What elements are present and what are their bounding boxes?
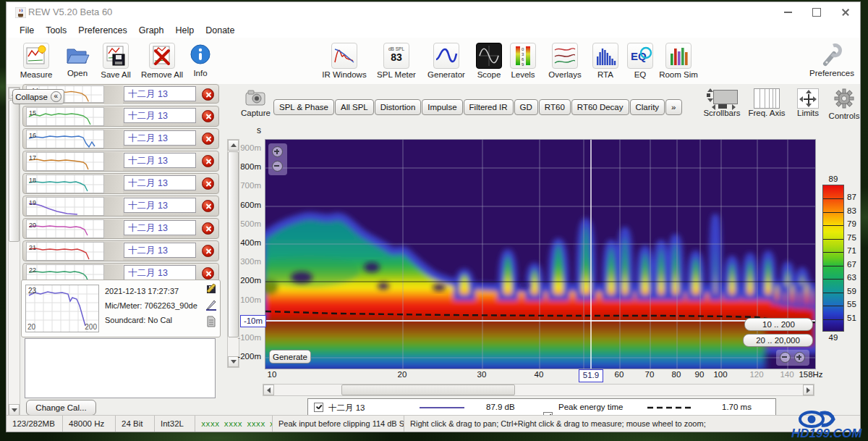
delete-measurement-button[interactable] [202, 177, 214, 190]
graph-h-scrollbar-thumb[interactable] [341, 385, 515, 395]
measurements-scrollbar-down[interactable] [9, 404, 20, 416]
tab-rt60-decay[interactable]: RT60 Decay [571, 99, 629, 115]
measurement-name-input[interactable]: 十二月 13 [124, 265, 196, 280]
collapse-label: Collapse [15, 93, 48, 101]
measurements-scrollbar[interactable] [8, 87, 20, 416]
menu-preferences[interactable]: Preferences [72, 24, 132, 37]
freq-axis-button[interactable]: Freq. Axis [746, 88, 788, 117]
info-button[interactable]: Info [187, 43, 213, 77]
capture-button[interactable]: Capture [241, 90, 270, 117]
generator-button[interactable]: Generator [425, 43, 468, 79]
levels-button[interactable]: 03 69 Levels [507, 43, 539, 79]
generate-button[interactable]: Generate [269, 350, 311, 364]
zoom-out-icon[interactable] [780, 352, 791, 363]
save-all-button[interactable]: Save All [98, 43, 134, 79]
remove-all-button[interactable]: Remove All [140, 43, 184, 79]
spl-meter-button[interactable]: dB SPL 83 SPL Meter [374, 43, 419, 79]
scrollbars-icon [706, 88, 738, 109]
tab-gd[interactable]: GD [514, 99, 538, 115]
delete-measurement-button[interactable] [202, 155, 214, 167]
eq-button[interactable]: EQ EQ [626, 43, 655, 79]
edit-save-icon[interactable] [205, 282, 217, 294]
delete-measurement-button[interactable] [202, 133, 214, 145]
measurement-row[interactable]: 15 十二月 13 [22, 106, 219, 127]
change-cal-button[interactable]: Change Cal... [26, 400, 96, 416]
delete-measurement-button[interactable] [202, 200, 214, 212]
collapse-sidebar-button[interactable]: Collapse « [12, 89, 64, 104]
menu-file[interactable]: File [14, 24, 40, 37]
notes-doc-icon[interactable] [205, 316, 217, 327]
status-device: xxxx xxxx xxxx xxxx xxxx xxxx [195, 416, 272, 432]
measurement-name-input[interactable]: 十二月 13 [124, 108, 196, 123]
zoom-out-icon[interactable] [272, 161, 283, 172]
open-button[interactable]: Open [63, 43, 92, 77]
preferences-button[interactable]: Preferences [807, 43, 857, 77]
measurement-thumbnail: 17 [26, 152, 104, 171]
scrollbars-toggle-button[interactable]: Scrollbars [702, 88, 741, 117]
measurement-name-input[interactable]: 十二月 13 [124, 198, 196, 213]
java-app-icon [15, 7, 26, 18]
measurements-scrollbar-thumb[interactable] [9, 100, 20, 242]
tab-all-spl[interactable]: All SPL [335, 99, 374, 115]
measurement-row[interactable]: 20 十二月 13 [22, 218, 219, 239]
room-sim-button[interactable]: Room Sim [658, 43, 699, 79]
range-20-20000-button[interactable]: 20 .. 20,000 [743, 334, 813, 347]
y-tick: 700m [218, 181, 261, 190]
graph-h-scrollbar-right[interactable] [803, 385, 814, 395]
delete-measurement-button[interactable] [202, 267, 214, 280]
maximize-button[interactable] [802, 2, 831, 22]
graph-h-scrollbar-left[interactable] [263, 385, 274, 395]
controls-button[interactable]: Controls [825, 88, 863, 120]
graph-h-scrollbar[interactable] [263, 384, 814, 396]
delete-measurement-button[interactable] [202, 222, 214, 235]
menu-tools[interactable]: Tools [40, 24, 72, 37]
menu-help[interactable]: Help [170, 24, 200, 37]
tab-more[interactable]: » [665, 99, 681, 115]
measurement-row[interactable]: 19 十二月 13 [22, 196, 219, 217]
trace-visible-checkbox[interactable] [314, 403, 323, 412]
measurement-row[interactable]: 16 十二月 13 [22, 128, 219, 149]
measurement-name-input[interactable]: 十二月 13 [124, 175, 196, 190]
cal-pencil-icon[interactable] [205, 299, 217, 311]
measurement-row[interactable]: 21 十二月 13 [22, 240, 219, 261]
legend-peak-line-sample [644, 399, 695, 416]
tab-spl-phase[interactable]: SPL & Phase [273, 99, 334, 115]
measurement-notes-input[interactable] [25, 338, 216, 398]
svg-text:23: 23 [28, 287, 37, 295]
delete-measurement-button[interactable] [202, 110, 214, 122]
scope-button[interactable]: Scope [474, 43, 504, 79]
menu-graph[interactable]: Graph [133, 24, 170, 37]
delete-measurement-button[interactable] [202, 245, 214, 257]
range-10-200-button[interactable]: 10 .. 200 [744, 318, 813, 331]
tab-clarity[interactable]: Clarity [630, 99, 665, 115]
status-bar: 123/282MB 48000 Hz 24 Bit Int32L xxxx xx… [7, 415, 860, 432]
measurement-name-input[interactable]: 十二月 13 [124, 243, 196, 258]
colorbar-label: 59 [847, 287, 856, 295]
minimize-button[interactable] [773, 2, 802, 22]
close-button[interactable] [831, 2, 860, 22]
spectrogram-plot[interactable]: Generate 10 .. 200 20 .. 20,000 [265, 139, 816, 369]
overlays-button[interactable]: Overlays [545, 43, 585, 79]
rta-icon [592, 43, 618, 69]
ir-windows-button[interactable]: IR Windows [320, 43, 368, 79]
measurement-name-input[interactable]: 十二月 13 [124, 130, 196, 146]
limits-button[interactable]: Limits [792, 88, 824, 117]
measure-button[interactable]: Measure [14, 43, 59, 79]
zoom-in-icon[interactable] [272, 146, 283, 157]
tab-impulse[interactable]: Impulse [422, 99, 462, 115]
menu-donate[interactable]: Donate [200, 24, 240, 37]
overlays-icon [552, 43, 578, 69]
measurement-row[interactable]: 17 十二月 13 [22, 151, 219, 172]
measurement-row[interactable]: 18 十二月 13 [22, 173, 219, 194]
tab-filtered-ir[interactable]: Filtered IR [464, 99, 514, 115]
tab-rt60[interactable]: RT60 [539, 99, 571, 115]
zoom-in-icon[interactable] [794, 352, 805, 363]
measurement-name-input[interactable]: 十二月 13 [124, 220, 196, 235]
rta-button[interactable]: RTA [591, 43, 620, 79]
x-tick: 120 [741, 370, 773, 379]
measurement-name-input[interactable]: 十二月 13 [124, 86, 196, 101]
delete-measurement-button[interactable] [202, 88, 214, 101]
selected-measurement-panel[interactable]: 23 20 200 2021-12-13 17:27:37 Mic/Meter:… [21, 280, 221, 337]
tab-distortion[interactable]: Distortion [375, 99, 422, 115]
measurement-name-input[interactable]: 十二月 13 [124, 153, 196, 168]
